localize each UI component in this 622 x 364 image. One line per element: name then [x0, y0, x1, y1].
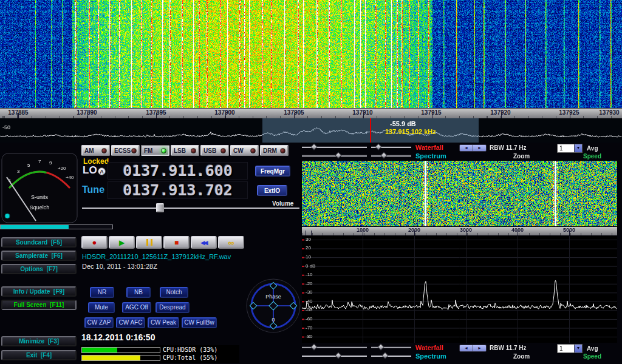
spectrum-offset-slider[interactable]: [371, 155, 411, 157]
options-button[interactable]: Options [F7]: [1, 264, 77, 274]
dsp-row-1: NR NB Notch: [90, 287, 188, 298]
notch-button[interactable]: Notch: [160, 287, 188, 298]
speed-select[interactable]: 1 ▼: [557, 144, 583, 153]
slider-thumb[interactable]: [375, 143, 381, 150]
mode-am-button[interactable]: AM: [81, 145, 110, 156]
speed-select[interactable]: 1 ▼: [557, 344, 583, 353]
db-tick-label: -50: [306, 307, 313, 312]
slider-thumb[interactable]: [380, 152, 387, 158]
mode-label: ECSS: [114, 147, 131, 154]
scroll-left-icon[interactable]: ◄: [460, 145, 473, 151]
despread-button[interactable]: Despread: [156, 302, 190, 313]
af-spectrum-display[interactable]: [302, 236, 617, 343]
samplerate-button[interactable]: Samplerate [F6]: [1, 251, 77, 261]
nr-button[interactable]: NR: [90, 287, 114, 298]
scroll-left-icon[interactable]: ◄: [460, 345, 473, 351]
af-waterfall-display[interactable]: [302, 161, 617, 226]
db-tick-label: -30: [306, 289, 313, 295]
squelch-label: Squelch: [30, 204, 50, 211]
exit-button[interactable]: Exit [F4]: [1, 350, 77, 360]
af-tick-label: 1000: [357, 227, 369, 233]
freq-tick-label: 137910: [352, 109, 372, 116]
cpu-hdsdr-track: [81, 347, 160, 353]
scroll-right-icon[interactable]: ►: [473, 145, 486, 151]
waterfall-upper-slider[interactable]: [302, 346, 367, 348]
lo-frequency-display[interactable]: 0137.911.600: [108, 162, 248, 180]
dropdown-arrow-icon[interactable]: ▼: [574, 345, 582, 352]
dropdown-arrow-icon[interactable]: ▼: [574, 144, 582, 152]
mode-usb-button[interactable]: USB: [200, 145, 229, 156]
mode-label: LSB: [174, 147, 186, 154]
slider-thumb[interactable]: [335, 352, 341, 359]
waterfall-upper-slider[interactable]: [302, 146, 367, 148]
spectrum-upper-slider[interactable]: [302, 355, 367, 357]
play-button[interactable]: ▶: [109, 236, 135, 249]
extio-button[interactable]: ExtIO: [257, 185, 287, 196]
mode-label: CW: [233, 147, 244, 154]
record-icon: ●: [92, 238, 97, 246]
af-tick-label: 3000: [460, 227, 472, 233]
waterfall-offset-slider[interactable]: [371, 146, 411, 148]
soundcard-button[interactable]: Soundcard [F5]: [1, 237, 77, 248]
waterfall-scroll[interactable]: ◄ ►: [459, 345, 487, 352]
waterfall-label[interactable]: Waterfall: [415, 344, 443, 351]
spectrum-upper-slider[interactable]: [302, 155, 367, 157]
freq-tick-label: 137885: [8, 109, 28, 116]
mode-label: AM: [84, 147, 94, 154]
frequency-scale[interactable]: 137885 137890 137895 137900 137905 13791…: [0, 108, 622, 118]
slider-thumb[interactable]: [310, 343, 317, 350]
spectrum-label[interactable]: Spectrum: [415, 152, 446, 160]
dsp-row-3: CW ZAP CW AFC CW Peak CW FullBw: [84, 317, 217, 328]
waterfall-label[interactable]: Waterfall: [415, 144, 443, 151]
waterfall-offset-slider[interactable]: [371, 346, 411, 348]
rewind-button[interactable]: ◀◀: [191, 236, 217, 249]
slider-thumb[interactable]: [377, 343, 384, 350]
mute-button[interactable]: Mute: [88, 302, 115, 313]
scroll-right-icon[interactable]: ►: [473, 345, 486, 351]
squelch-knob[interactable]: [5, 214, 10, 218]
cpu-total-track: [81, 355, 160, 361]
db-tick-label: -10: [306, 272, 313, 277]
freqmgr-button[interactable]: FreqMgr: [255, 166, 290, 177]
loop-button[interactable]: ∞: [218, 236, 244, 249]
agc-off-button[interactable]: AGC Off: [122, 302, 151, 313]
fullscreen-button[interactable]: Full Screen [F11]: [1, 300, 77, 310]
record-button[interactable]: ●: [81, 236, 108, 249]
mode-cw-button[interactable]: CW: [230, 145, 259, 156]
cw-fullbw-button[interactable]: CW FullBw: [182, 317, 217, 328]
nb-button[interactable]: NB: [126, 287, 151, 298]
lo-lock-badge[interactable]: A: [98, 167, 106, 175]
volume-slider[interactable]: [82, 207, 299, 209]
slider-thumb[interactable]: [381, 352, 388, 359]
af-tick-label: 4000: [511, 227, 524, 233]
mode-lsb-button[interactable]: LSB: [171, 145, 199, 156]
spectrum-offset-slider[interactable]: [371, 355, 411, 357]
volume-slider-thumb[interactable]: [156, 203, 164, 212]
cw-afc-button[interactable]: CW AFC: [116, 317, 145, 328]
stop-button[interactable]: ■: [163, 236, 190, 249]
main-waterfall-display[interactable]: [0, 0, 622, 108]
cpu-total-label: CPU:Total (55%): [163, 354, 217, 361]
tune-frequency-display[interactable]: 0137.913.702: [108, 181, 248, 199]
mode-ecss-button[interactable]: ECSS: [111, 145, 140, 156]
mode-fm-button[interactable]: FM: [141, 145, 169, 156]
waterfall-scroll[interactable]: ◄ ►: [459, 144, 487, 152]
af-frequency-scale[interactable]: 1000 2000 3000 4000 5000: [302, 227, 617, 235]
info-update-button[interactable]: Info / Update [F9]: [1, 286, 77, 297]
display-controls-top: Waterfall ◄ ► RBW 11.7 Hz 1 ▼ Avg Spectr…: [302, 144, 622, 161]
slider-thumb[interactable]: [335, 152, 341, 158]
menu-label: Samplerate [F6]: [15, 252, 63, 259]
slider-thumb[interactable]: [310, 143, 317, 150]
pause-button[interactable]: [136, 236, 162, 249]
spectrum-label[interactable]: Spectrum: [415, 352, 446, 360]
tune-cursor-line: [370, 118, 371, 143]
db-tick-label: -80: [306, 334, 313, 339]
main-spectrum-strip[interactable]: -50 -55.9 dB 137.915.102 kHz: [0, 118, 622, 143]
squelch-slider[interactable]: [0, 224, 113, 229]
minimize-button[interactable]: Minimize [F3]: [1, 336, 77, 346]
cw-peak-button[interactable]: CW Peak: [148, 317, 179, 328]
zoom-label: Zoom: [513, 153, 530, 160]
mode-drm-button[interactable]: DRM: [260, 145, 289, 156]
cw-zap-button[interactable]: CW ZAP: [84, 317, 114, 328]
phase-dial[interactable]: Phase 0: [245, 278, 301, 334]
